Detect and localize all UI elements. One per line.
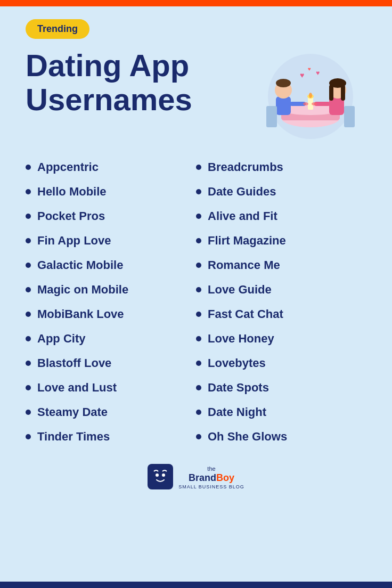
bullet-icon: [26, 410, 31, 415]
list-item: Oh She Glows: [196, 424, 366, 449]
bullet-icon: [26, 263, 31, 268]
bullet-icon: [196, 410, 201, 415]
bullet-icon: [196, 287, 201, 292]
list-item: Fast Cat Chat: [196, 302, 366, 326]
header-row: Dating AppUsernames: [26, 48, 366, 139]
bullet-icon: [26, 385, 31, 390]
page-title: Dating AppUsernames: [26, 48, 255, 117]
svg-point-18: [312, 102, 317, 105]
bullet-icon: [196, 361, 201, 366]
svg-text:♥: ♥: [316, 69, 320, 77]
bullet-icon: [196, 434, 201, 439]
bullet-icon: [26, 361, 31, 366]
list-item: Breadcrumbs: [196, 155, 366, 179]
list-item: Date Night: [196, 400, 366, 424]
trending-badge: Trending: [26, 19, 89, 39]
illustration: ♥ ♥ ♥: [255, 48, 366, 139]
list-section: AppcentricHello MobilePocket ProsFin App…: [26, 155, 366, 449]
bullet-icon: [196, 238, 201, 243]
list-item: Steamy Date: [26, 400, 196, 424]
list-item: Date Guides: [196, 179, 366, 204]
svg-rect-16: [341, 85, 345, 101]
list-item: Appcentric: [26, 155, 196, 179]
list-item: Blastoff Love: [26, 351, 196, 375]
bullet-icon: [196, 189, 201, 194]
svg-point-26: [162, 473, 165, 477]
list-item: Romance Me: [196, 253, 366, 277]
list-item: Fin App Love: [26, 228, 196, 253]
right-column: BreadcrumbsDate GuidesAlive and FitFlirt…: [196, 155, 366, 449]
bullet-icon: [26, 336, 31, 341]
svg-text:♥: ♥: [308, 66, 311, 72]
bullet-icon: [26, 434, 31, 439]
list-item: Date Spots: [196, 375, 366, 400]
footer-logo: the BrandBoy Small Business Blog: [26, 464, 366, 508]
list-item: Love and Lust: [26, 375, 196, 400]
list-item: Hello Mobile: [26, 179, 196, 204]
svg-rect-15: [329, 85, 333, 101]
bullet-icon: [196, 165, 201, 170]
bullet-icon: [26, 189, 31, 194]
bullet-icon: [26, 214, 31, 219]
bullet-icon: [196, 312, 201, 317]
bullet-icon: [196, 385, 201, 390]
list-item: Alive and Fit: [196, 204, 366, 228]
list-item: Lovebytes: [196, 351, 366, 375]
list-item: Love Guide: [196, 277, 366, 302]
bullet-icon: [196, 336, 201, 341]
bullet-icon: [196, 214, 201, 219]
left-column: AppcentricHello MobilePocket ProsFin App…: [26, 155, 196, 449]
svg-rect-7: [276, 96, 291, 115]
svg-rect-24: [151, 467, 170, 486]
list-item: Love Honey: [196, 326, 366, 351]
bullet-icon: [26, 165, 31, 170]
svg-point-11: [303, 102, 308, 105]
bullet-icon: [26, 287, 31, 292]
top-bar: [0, 0, 392, 6]
bullet-icon: [26, 312, 31, 317]
svg-rect-23: [344, 106, 355, 127]
brand-logo-text: the BrandBoy Small Business Blog: [178, 466, 244, 490]
bullet-icon: [26, 238, 31, 243]
list-item: Flirt Magazine: [196, 228, 366, 253]
list-item: App City: [26, 326, 196, 351]
bullet-icon: [196, 263, 201, 268]
svg-text:♥: ♥: [300, 71, 304, 79]
list-item: Tinder Times: [26, 424, 196, 449]
list-item: MobiBank Love: [26, 302, 196, 326]
list-item: Magic on Mobile: [26, 277, 196, 302]
svg-point-9: [276, 79, 291, 87]
svg-point-25: [156, 473, 159, 477]
list-item: Galactic Mobile: [26, 253, 196, 277]
bottom-bar: [0, 582, 392, 588]
svg-rect-22: [266, 106, 277, 127]
svg-point-6: [309, 93, 312, 98]
brand-logo-icon: [148, 464, 173, 489]
list-item: Pocket Pros: [26, 204, 196, 228]
